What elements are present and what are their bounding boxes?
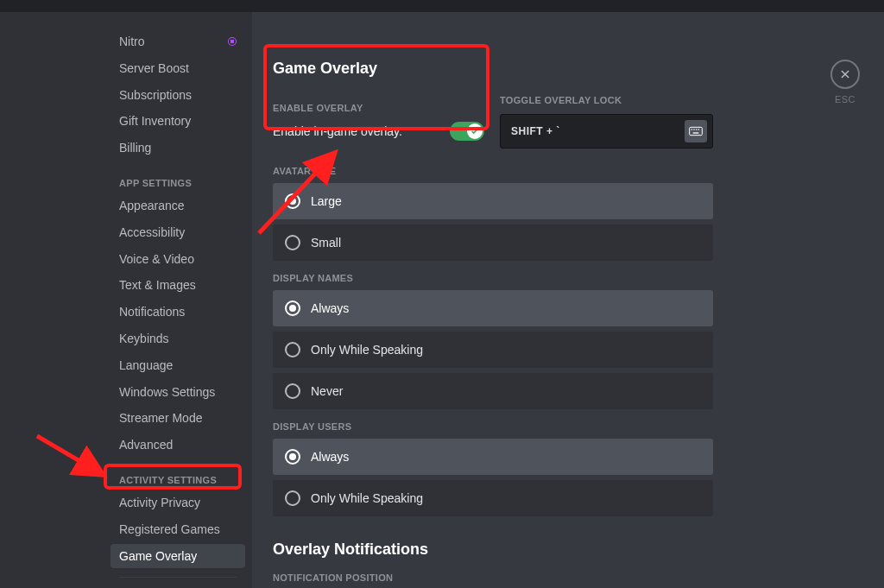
overlay-notifications-title: Overlay Notifications xyxy=(273,541,713,559)
radio-label: Never xyxy=(311,384,343,398)
enable-overlay-toggle[interactable] xyxy=(450,122,484,141)
radio-icon xyxy=(285,235,300,250)
display-users-header: DISPLAY USERS xyxy=(273,421,713,432)
radio-label: Only While Speaking xyxy=(311,491,423,505)
sidebar-item-appearance[interactable]: Appearance xyxy=(110,193,245,218)
radio-icon xyxy=(285,342,300,357)
display-names-option-never[interactable]: Never xyxy=(273,373,713,409)
sidebar-item-windows-settings[interactable]: Windows Settings xyxy=(110,380,245,405)
sidebar-item-game-overlay[interactable]: Game Overlay xyxy=(110,544,245,569)
sidebar-item-label: Registered Games xyxy=(119,522,220,537)
sidebar-item-label: Streamer Mode xyxy=(119,411,202,426)
sidebar-item-whats-new[interactable]: What's New xyxy=(110,585,245,588)
sidebar-item-language[interactable]: Language xyxy=(110,353,245,378)
titlebar xyxy=(0,0,884,12)
sidebar-item-label: Nitro xyxy=(119,35,145,49)
sidebar-item-label: Billing xyxy=(119,141,151,155)
settings-sidebar: Nitro Server Boost Subscriptions Gift In… xyxy=(0,12,252,588)
keyboard-button[interactable] xyxy=(685,120,707,142)
radio-icon xyxy=(285,490,300,506)
sidebar-item-label: Advanced xyxy=(119,438,173,452)
sidebar-item-billing[interactable]: Billing xyxy=(110,136,245,161)
radio-icon xyxy=(285,193,300,209)
sidebar-item-label: Game Overlay xyxy=(119,549,197,564)
avatar-size-header: AVATAR SIZE xyxy=(273,166,713,176)
radio-label: Always xyxy=(311,301,349,315)
keyboard-icon xyxy=(689,126,703,136)
sidebar-item-label: Subscriptions xyxy=(119,88,192,103)
avatar-size-option-small[interactable]: Small xyxy=(273,224,713,261)
sidebar-item-label: Appearance xyxy=(119,199,185,213)
close-button[interactable]: ESC xyxy=(830,60,860,104)
radio-icon xyxy=(285,383,300,399)
radio-label: Always xyxy=(311,450,349,464)
sidebar-item-label: Gift Inventory xyxy=(119,114,191,129)
svg-rect-5 xyxy=(693,132,699,133)
sidebar-item-label: Keybinds xyxy=(119,332,169,346)
svg-rect-0 xyxy=(690,127,703,135)
sidebar-item-label: Accessibility xyxy=(119,225,185,240)
svg-rect-3 xyxy=(696,129,697,130)
sidebar-item-streamer-mode[interactable]: Streamer Mode xyxy=(110,406,245,431)
nitro-icon xyxy=(228,37,237,46)
svg-rect-4 xyxy=(698,129,699,130)
sidebar-item-accessibility[interactable]: Accessibility xyxy=(110,220,245,245)
sidebar-item-activity-privacy[interactable]: Activity Privacy xyxy=(110,490,245,515)
sidebar-item-advanced[interactable]: Advanced xyxy=(110,433,245,458)
sidebar-item-label: Language xyxy=(119,358,173,373)
keybind-value: SHIFT + ` xyxy=(511,125,560,137)
close-label: ESC xyxy=(830,94,860,104)
toggle-lock-header: TOGGLE OVERLAY LOCK xyxy=(500,95,713,105)
sidebar-item-label: Windows Settings xyxy=(119,385,215,400)
sidebar-item-keybinds[interactable]: Keybinds xyxy=(110,326,245,351)
radio-label: Small xyxy=(311,236,341,250)
radio-icon xyxy=(285,449,300,465)
svg-rect-1 xyxy=(691,129,692,130)
display-users-option-always[interactable]: Always xyxy=(273,439,713,475)
display-names-option-always[interactable]: Always xyxy=(273,290,713,326)
page-title: Game Overlay xyxy=(273,60,713,78)
sidebar-item-voice-video[interactable]: Voice & Video xyxy=(110,247,245,272)
display-users-option-speaking[interactable]: Only While Speaking xyxy=(273,480,713,516)
sidebar-item-subscriptions[interactable]: Subscriptions xyxy=(110,83,245,108)
sidebar-header-app-settings: APP SETTINGS xyxy=(110,162,245,193)
avatar-size-option-large[interactable]: Large xyxy=(273,183,713,219)
notification-position-header: NOTIFICATION POSITION xyxy=(273,572,713,583)
sidebar-item-label: Notifications xyxy=(119,305,185,319)
sidebar-item-gift-inventory[interactable]: Gift Inventory xyxy=(110,109,245,134)
radio-label: Large xyxy=(311,194,342,208)
sidebar-item-server-boost[interactable]: Server Boost xyxy=(110,56,245,81)
sidebar-item-label: Text & Images xyxy=(119,278,196,293)
sidebar-item-registered-games[interactable]: Registered Games xyxy=(110,517,245,542)
enable-overlay-header: ENABLE OVERLAY xyxy=(273,103,484,113)
sidebar-item-label: Voice & Video xyxy=(119,252,194,267)
toggle-knob xyxy=(467,123,483,139)
sidebar-item-label: Server Boost xyxy=(119,61,189,76)
sidebar-item-text-images[interactable]: Text & Images xyxy=(110,273,245,298)
sidebar-header-activity-settings: ACTIVITY SETTINGS xyxy=(110,459,245,490)
radio-icon xyxy=(285,300,300,316)
sidebar-item-nitro[interactable]: Nitro xyxy=(110,29,245,54)
settings-content: ESC Game Overlay ENABLE OVERLAY Enable i… xyxy=(252,12,884,588)
display-names-header: DISPLAY NAMES xyxy=(273,273,713,283)
display-names-option-speaking[interactable]: Only While Speaking xyxy=(273,332,713,368)
sidebar-item-notifications[interactable]: Notifications xyxy=(110,300,245,325)
svg-rect-2 xyxy=(693,129,694,130)
enable-overlay-text: Enable in-game overlay. xyxy=(273,124,402,138)
keybind-input[interactable]: SHIFT + ` xyxy=(500,114,713,149)
sidebar-item-label: Activity Privacy xyxy=(119,496,200,510)
close-icon xyxy=(830,60,860,89)
radio-label: Only While Speaking xyxy=(311,343,423,357)
